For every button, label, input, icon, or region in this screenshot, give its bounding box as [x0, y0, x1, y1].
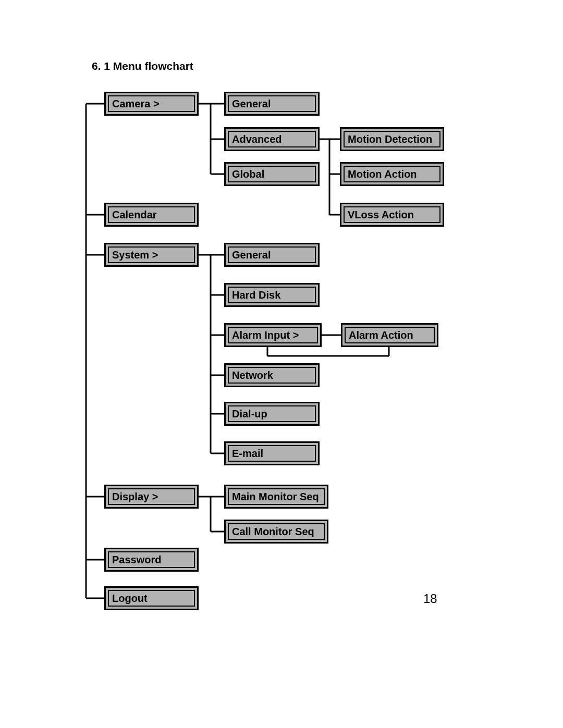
- node-label: Dial-up: [232, 408, 267, 420]
- node-label: Logout: [112, 593, 148, 604]
- node-motion-action: Motion Action: [340, 162, 444, 186]
- node-label: Call Monitor Seq: [232, 526, 314, 538]
- node-system-alarm-input: Alarm Input >: [224, 323, 322, 347]
- page: { "heading": "6. 1 Menu flowchart", "pag…: [0, 0, 563, 728]
- node-label: Alarm Input >: [232, 329, 299, 341]
- node-camera: Camera >: [104, 92, 199, 116]
- node-alarm-action: Alarm Action: [341, 323, 438, 347]
- node-label: Camera >: [112, 98, 160, 110]
- node-label: Motion Action: [348, 168, 417, 180]
- node-system: System >: [104, 243, 199, 267]
- node-label: General: [232, 98, 271, 110]
- node-logout: Logout: [104, 586, 199, 610]
- node-label: E-mail: [232, 448, 263, 460]
- node-system-email: E-mail: [224, 441, 320, 465]
- node-label: Hard Disk: [232, 289, 280, 301]
- node-label: Advanced: [232, 133, 282, 145]
- node-display-call: Call Monitor Seq: [224, 520, 328, 544]
- node-label: VLoss Action: [348, 209, 414, 221]
- node-display-main: Main Monitor Seq: [224, 485, 328, 509]
- node-system-harddisk: Hard Disk: [224, 283, 320, 307]
- node-label: System >: [112, 249, 158, 261]
- node-label: Global: [232, 168, 264, 180]
- node-system-general: General: [224, 243, 320, 267]
- node-camera-general: General: [224, 92, 320, 116]
- page-number: 18: [423, 591, 437, 606]
- node-label: General: [232, 249, 271, 261]
- node-camera-global: Global: [224, 162, 320, 186]
- node-camera-advanced: Advanced: [224, 127, 320, 151]
- node-label: Motion Detection: [348, 133, 432, 145]
- node-password: Password: [104, 548, 199, 572]
- node-label: Main Monitor Seq: [232, 491, 319, 503]
- node-label: Alarm Action: [349, 329, 413, 341]
- node-vloss-action: VLoss Action: [340, 203, 444, 227]
- node-display: Display >: [104, 485, 199, 509]
- node-label: Password: [112, 554, 161, 566]
- node-label: Network: [232, 369, 273, 381]
- node-system-network: Network: [224, 363, 320, 387]
- node-system-dialup: Dial-up: [224, 402, 320, 426]
- node-calendar: Calendar: [104, 203, 199, 227]
- node-label: Calendar: [112, 209, 157, 221]
- node-label: Display >: [112, 491, 158, 503]
- node-motion-detection: Motion Detection: [340, 127, 444, 151]
